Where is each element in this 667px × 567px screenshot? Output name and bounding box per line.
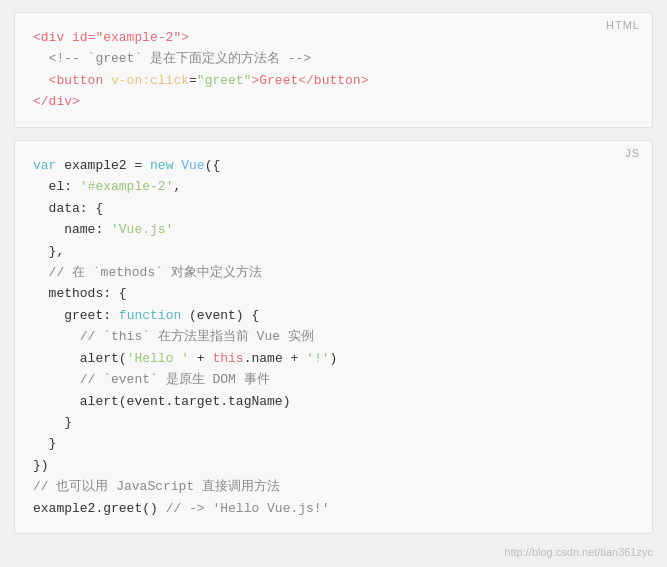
code-line: alert(event.target.tagName) bbox=[33, 391, 634, 412]
code-token: >Greet</button> bbox=[251, 73, 368, 88]
code-token: '#example-2' bbox=[80, 179, 174, 194]
code-line: <!-- `greet` 是在下面定义的方法名 --> bbox=[33, 48, 634, 69]
html-code-block: HTML <div id="example-2"> <!-- `greet` 是… bbox=[14, 12, 653, 128]
code-token: 'Vue.js' bbox=[111, 222, 173, 237]
code-line: // `this` 在方法里指当前 Vue 实例 bbox=[33, 326, 634, 347]
code-token: }) bbox=[33, 458, 49, 473]
code-token: <div id="example-2"> bbox=[33, 30, 189, 45]
code-line: } bbox=[33, 412, 634, 433]
code-line: </div> bbox=[33, 91, 634, 112]
code-token: function bbox=[119, 308, 189, 323]
code-line: var example2 = new Vue({ bbox=[33, 155, 634, 176]
code-token: // `this` 在方法里指当前 Vue 实例 bbox=[33, 329, 314, 344]
code-token: // `event` 是原生 DOM 事件 bbox=[33, 372, 270, 387]
code-token: } bbox=[33, 415, 72, 430]
code-token: this bbox=[212, 351, 243, 366]
code-line: greet: function (event) { bbox=[33, 305, 634, 326]
code-line: el: '#example-2', bbox=[33, 176, 634, 197]
code-line: data: { bbox=[33, 198, 634, 219]
code-line: methods: { bbox=[33, 283, 634, 304]
code-line: } bbox=[33, 433, 634, 454]
code-line: alert('Hello ' + this.name + '!') bbox=[33, 348, 634, 369]
code-line: <button v-on:click="greet">Greet</button… bbox=[33, 70, 634, 91]
code-token: name: bbox=[33, 222, 111, 237]
code-token: Vue bbox=[181, 158, 204, 173]
code-token: .name + bbox=[244, 351, 306, 366]
code-line: // 也可以用 JavaScript 直接调用方法 bbox=[33, 476, 634, 497]
code-token: "greet" bbox=[197, 73, 252, 88]
code-token: ({ bbox=[205, 158, 221, 173]
js-code-content: var example2 = new Vue({ el: '#example-2… bbox=[33, 155, 634, 519]
code-line: }) bbox=[33, 455, 634, 476]
code-token: <!-- `greet` 是在下面定义的方法名 --> bbox=[33, 51, 311, 66]
code-token: // 在 `methods` 对象中定义方法 bbox=[33, 265, 262, 280]
js-code-block: JS var example2 = new Vue({ el: '#exampl… bbox=[14, 140, 653, 534]
code-token: alert( bbox=[33, 351, 127, 366]
code-token: example2 bbox=[64, 158, 134, 173]
code-token: el: bbox=[33, 179, 80, 194]
html-code-content: <div id="example-2"> <!-- `greet` 是在下面定义… bbox=[33, 27, 634, 113]
code-token: greet: bbox=[33, 308, 119, 323]
code-token: '!' bbox=[306, 351, 329, 366]
html-lang-label: HTML bbox=[606, 19, 640, 31]
code-token: 'Hello ' bbox=[127, 351, 197, 366]
code-token: ) bbox=[330, 351, 338, 366]
code-line: example2.greet() // -> 'Hello Vue.js!' bbox=[33, 498, 634, 519]
code-token: </div> bbox=[33, 94, 80, 109]
code-token: // -> 'Hello Vue.js!' bbox=[166, 501, 330, 516]
code-token: } bbox=[33, 436, 56, 451]
code-token: }, bbox=[33, 244, 64, 259]
code-token: alert(event.target.tagName) bbox=[33, 394, 290, 409]
code-token: = bbox=[134, 158, 150, 173]
code-token: example2.greet() bbox=[33, 501, 166, 516]
code-token: methods: { bbox=[33, 286, 127, 301]
code-line: name: 'Vue.js' bbox=[33, 219, 634, 240]
code-line: // `event` 是原生 DOM 事件 bbox=[33, 369, 634, 390]
code-token: // 也可以用 JavaScript 直接调用方法 bbox=[33, 479, 280, 494]
code-token: <button bbox=[33, 73, 111, 88]
code-token: var bbox=[33, 158, 64, 173]
code-line: }, bbox=[33, 241, 634, 262]
js-lang-label: JS bbox=[625, 147, 640, 159]
code-token: = bbox=[189, 73, 197, 88]
code-line: <div id="example-2"> bbox=[33, 27, 634, 48]
code-token: data: { bbox=[33, 201, 103, 216]
code-line: // 在 `methods` 对象中定义方法 bbox=[33, 262, 634, 283]
code-token: + bbox=[197, 351, 213, 366]
code-token: , bbox=[173, 179, 181, 194]
code-token: v-on:click bbox=[111, 73, 189, 88]
code-token: new bbox=[150, 158, 181, 173]
code-token: (event) { bbox=[189, 308, 259, 323]
watermark: http://blog.csdn.net/tian361zyc bbox=[0, 546, 667, 562]
